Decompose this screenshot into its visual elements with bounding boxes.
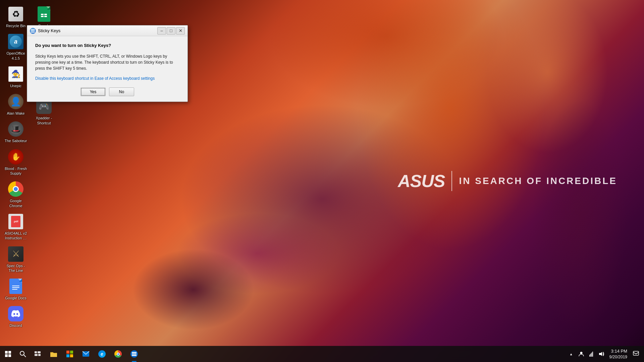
sticky-keys-dialog: Sticky Keys – □ ✕ Do you want to turn on… bbox=[27, 25, 188, 102]
google-sheets-icon bbox=[36, 6, 52, 22]
svg-marker-26 bbox=[599, 352, 602, 356]
dialog-yes-button[interactable]: Yes bbox=[80, 87, 106, 96]
svg-rect-3 bbox=[5, 351, 8, 354]
recycle-bin-icon: ♻ bbox=[8, 6, 24, 22]
alan-wake-label: Alan Wake bbox=[7, 111, 25, 116]
unepic-icon: 🧙 bbox=[8, 66, 24, 82]
svg-rect-18 bbox=[132, 352, 137, 353]
edge-taskbar-icon[interactable]: e bbox=[94, 346, 110, 362]
discord-label: Discord bbox=[9, 323, 22, 328]
desktop-icon-asio[interactable]: .pdf ASIO4ALL v2 Instruction … bbox=[2, 212, 29, 243]
blood-label: Blood - Fresh Supply bbox=[4, 166, 28, 176]
svg-point-21 bbox=[580, 352, 582, 354]
dialog-window-controls: – □ ✕ bbox=[157, 27, 185, 35]
desktop-icon-saboteur[interactable]: 🎩 The Saboteur bbox=[2, 119, 29, 145]
spec-ops-icon: ⚔ bbox=[8, 246, 24, 262]
dialog-button-group: Yes No bbox=[35, 87, 179, 96]
chrome-icon bbox=[8, 181, 24, 197]
desktop-icon-spec-ops[interactable]: ⚔ Spec Ops - The Line bbox=[2, 244, 29, 275]
tray-network-icon[interactable] bbox=[587, 346, 596, 362]
taskbar: e ▲ bbox=[0, 346, 644, 362]
svg-point-7 bbox=[20, 351, 24, 355]
svg-rect-9 bbox=[35, 351, 37, 353]
svg-line-8 bbox=[24, 355, 26, 357]
dialog-title: Sticky Keys bbox=[38, 28, 155, 33]
asio-label: ASIO4ALL v2 Instruction … bbox=[4, 231, 28, 241]
svg-rect-10 bbox=[38, 351, 41, 353]
svg-rect-25 bbox=[592, 352, 593, 357]
chrome-label: Google Chrome bbox=[4, 198, 28, 208]
recycle-bin-label: Recycle Bin bbox=[6, 23, 25, 28]
desktop-icon-blood[interactable]: ✋ Blood - Fresh Supply bbox=[2, 147, 29, 178]
sticky-keys-taskbar-icon[interactable] bbox=[126, 346, 142, 362]
svg-rect-15 bbox=[66, 354, 69, 357]
svg-rect-13 bbox=[66, 351, 69, 354]
task-view-button[interactable] bbox=[30, 346, 46, 362]
svg-rect-5 bbox=[5, 354, 8, 357]
alan-wake-icon: 👤 bbox=[8, 94, 24, 110]
dialog-titlebar: Sticky Keys – □ ✕ bbox=[27, 25, 187, 36]
discord-icon bbox=[8, 306, 24, 322]
svg-rect-24 bbox=[591, 353, 592, 357]
clock-time: 3:14 PM bbox=[611, 348, 627, 354]
store-button[interactable] bbox=[62, 346, 78, 362]
tray-volume-icon[interactable] bbox=[597, 346, 606, 362]
file-explorer-button[interactable] bbox=[46, 346, 62, 362]
svg-rect-12 bbox=[38, 354, 41, 356]
openoffice-icon: a bbox=[8, 34, 24, 50]
asus-tagline: IN SEARCH OF INCREDIBLE bbox=[459, 176, 617, 186]
desktop-icon-chrome[interactable]: Google Chrome bbox=[2, 179, 29, 210]
saboteur-label: The Saboteur bbox=[5, 138, 27, 143]
google-docs-icon bbox=[8, 278, 24, 294]
asus-divider bbox=[451, 171, 452, 191]
mail-button[interactable] bbox=[78, 346, 94, 362]
dialog-content: Do you want to turn on Sticky Keys? Stic… bbox=[27, 36, 187, 102]
svg-rect-16 bbox=[70, 354, 73, 357]
clock-date: 9/20/2019 bbox=[609, 354, 627, 360]
dialog-maximize-button[interactable]: □ bbox=[167, 27, 175, 35]
sticky-keys-dialog-icon bbox=[30, 28, 36, 34]
svg-rect-11 bbox=[35, 354, 38, 356]
spec-ops-label: Spec Ops - The Line bbox=[4, 263, 28, 273]
clock[interactable]: 3:14 PM 9/20/2019 bbox=[607, 346, 630, 362]
google-docs-label: Google Docs bbox=[5, 296, 26, 300]
saboteur-icon: 🎩 bbox=[8, 121, 24, 137]
search-button[interactable] bbox=[16, 346, 30, 362]
dialog-no-button[interactable]: No bbox=[109, 87, 134, 96]
svg-rect-1 bbox=[31, 31, 35, 31]
desktop-icon-recycle-bin[interactable]: ♻ Recycle Bin bbox=[2, 4, 29, 30]
svg-rect-23 bbox=[590, 354, 591, 357]
dialog-accessibility-link[interactable]: Disable this keyboard shortcut in Ease o… bbox=[35, 76, 179, 81]
svg-rect-14 bbox=[70, 351, 73, 354]
svg-rect-2 bbox=[31, 32, 35, 33]
dialog-question: Do you want to turn on Sticky Keys? bbox=[35, 43, 179, 48]
openoffice-label: OpenOffice 4.1.5 bbox=[4, 51, 28, 61]
chrome-taskbar-icon[interactable] bbox=[110, 346, 126, 362]
svg-rect-20 bbox=[132, 355, 137, 356]
svg-rect-0 bbox=[31, 29, 35, 30]
dialog-description: Sticky Keys lets you use the SHIFT, CTRL… bbox=[35, 53, 179, 71]
asus-watermark: ASUS IN SEARCH OF INCREDIBLE bbox=[398, 171, 617, 191]
blood-icon: ✋ bbox=[8, 149, 24, 165]
desktop-icon-discord[interactable]: Discord bbox=[2, 304, 29, 330]
desktop-icon-alan-wake[interactable]: 👤 Alan Wake bbox=[2, 92, 29, 118]
notification-center-button[interactable] bbox=[631, 346, 641, 362]
asus-logo: ASUS bbox=[398, 171, 445, 191]
svg-rect-4 bbox=[8, 351, 11, 354]
desktop-icon-unepic[interactable]: 🧙 Unepic bbox=[2, 64, 29, 90]
desktop-icon-openoffice[interactable]: a OpenOffice 4.1.5 bbox=[2, 32, 29, 63]
svg-rect-27 bbox=[633, 351, 639, 355]
svg-rect-6 bbox=[8, 354, 11, 357]
desktop-icon-google-docs[interactable]: Google Docs bbox=[2, 276, 29, 302]
xpadder-label: Xpadder - Shortcut bbox=[32, 116, 56, 125]
dialog-close-button[interactable]: ✕ bbox=[176, 27, 185, 35]
unepic-label: Unepic bbox=[10, 83, 21, 88]
system-tray: ▲ 3:14 PM bbox=[567, 346, 644, 362]
svg-rect-19 bbox=[132, 354, 137, 355]
svg-rect-22 bbox=[589, 355, 590, 357]
start-button[interactable] bbox=[0, 346, 16, 362]
asio-icon: .pdf bbox=[8, 214, 24, 230]
dialog-minimize-button[interactable]: – bbox=[157, 27, 166, 35]
tray-expand-button[interactable]: ▲ bbox=[567, 346, 576, 362]
tray-people-icon[interactable] bbox=[577, 346, 586, 362]
